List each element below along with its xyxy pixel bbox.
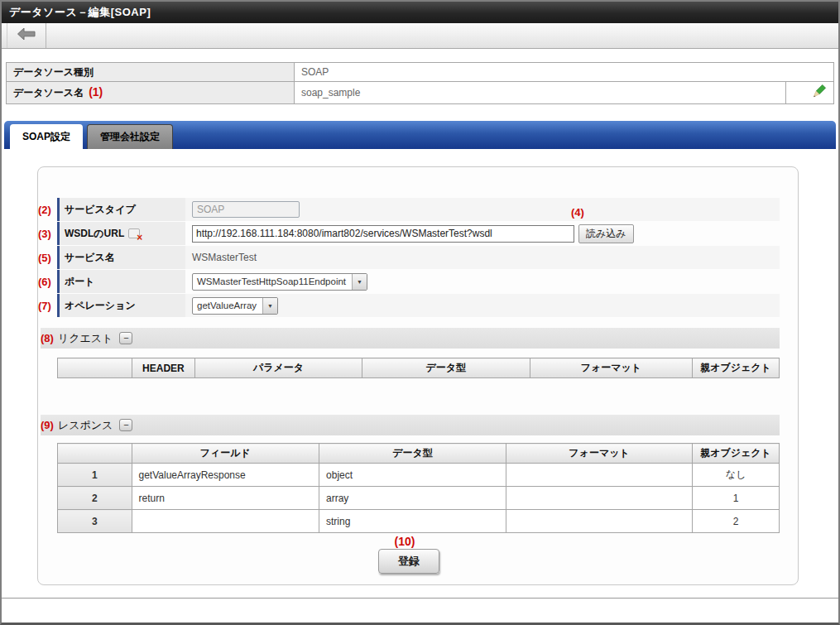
form-row-port: (6) ポート WSMasterTestHttpSoap11Endpoint ▼ <box>38 270 780 293</box>
edit-pencil-icon[interactable] <box>811 90 827 102</box>
datatype-cell: string <box>319 510 506 533</box>
column-header-parent: 親オブジェクト <box>693 358 780 378</box>
column-header-datatype: データ型 <box>362 358 530 378</box>
register-button[interactable]: 登録 <box>378 549 439 574</box>
annotation-2: (2) <box>38 198 57 221</box>
format-cell <box>506 464 692 487</box>
field-cell: return <box>132 487 319 510</box>
column-header-parameter: パラメータ <box>195 358 362 378</box>
parent-cell: 1 <box>693 487 780 510</box>
request-header-row: HEADER パラメータ データ型 フォーマット 親オブジェクト <box>58 358 780 378</box>
request-table: HEADER パラメータ データ型 フォーマット 親オブジェクト <box>57 358 780 378</box>
form-row-service-type: (2) サービスタイプ <box>38 198 780 221</box>
tab-bar: SOAP設定 管理会社設定 <box>4 121 836 149</box>
row-number: 3 <box>58 510 132 533</box>
column-header-format: フォーマット <box>506 444 692 464</box>
column-header-parent: 親オブジェクト <box>693 444 780 464</box>
soap-settings-panel: (2) サービスタイプ (3) WSDLのURL × (4 <box>37 166 799 585</box>
datasource-name-value: soap_sample <box>295 82 786 104</box>
annotation-7: (7) <box>38 294 57 317</box>
port-select[interactable]: WSMasterTestHttpSoap11Endpoint ▼ <box>192 273 367 291</box>
response-table: フィールド データ型 フォーマット 親オブジェクト 1 getValueArra… <box>57 443 780 533</box>
form-row-wsdl-url: (3) WSDLのURL × (4) 読み込み <box>38 222 780 245</box>
datatype-cell: object <box>319 464 506 487</box>
edit-name-cell[interactable] <box>786 82 834 104</box>
column-header <box>58 358 132 378</box>
form-row-operation: (7) オペレーション getValueArray ▼ <box>38 294 780 317</box>
chevron-down-icon: ▼ <box>352 274 367 290</box>
parent-cell: なし <box>693 464 780 487</box>
request-section-header: (8) リクエスト − <box>41 328 780 349</box>
response-header-row: フィールド データ型 フォーマット 親オブジェクト <box>58 444 780 464</box>
port-label: ポート <box>57 270 185 293</box>
format-cell <box>506 510 692 533</box>
form-row-service-name: (5) サービス名 WSMasterTest <box>38 246 780 269</box>
row-number: 2 <box>58 487 132 510</box>
column-header-field: フィールド <box>132 444 319 464</box>
annotation-4: (4) <box>571 206 584 219</box>
format-cell <box>506 487 692 510</box>
annotation-10: (10) <box>30 535 780 549</box>
datasource-type-label: データソース種別 <box>7 63 295 82</box>
annotation-1: (1) <box>89 85 103 99</box>
field-cell <box>132 510 319 533</box>
service-type-label: サービスタイプ <box>57 198 185 221</box>
row-number: 1 <box>58 464 132 487</box>
response-section-title: レスポンス <box>58 418 113 433</box>
annotation-5: (5) <box>38 246 57 269</box>
tab-company-settings[interactable]: 管理会社設定 <box>87 124 173 149</box>
tab-content: (2) サービスタイプ (3) WSDLのURL × (4 <box>2 149 838 598</box>
back-button[interactable] <box>7 23 46 48</box>
table-row: 3 string 2 <box>58 510 780 533</box>
annotation-8: (8) <box>41 332 54 344</box>
wsdl-url-label: WSDLのURL × <box>57 222 185 245</box>
response-section-header: (9) レスポンス − <box>41 415 780 435</box>
annotation-6: (6) <box>38 270 57 293</box>
column-header <box>58 444 132 464</box>
datatype-cell: array <box>319 487 506 510</box>
table-row: データソース名(1) soap_sample <box>7 82 834 104</box>
table-row: データソース種別 SOAP <box>7 63 834 82</box>
collapse-minus-icon[interactable]: − <box>119 419 132 431</box>
back-arrow-icon <box>17 28 36 43</box>
datasource-name-label: データソース名(1) <box>7 82 295 104</box>
table-row: 1 getValueArrayResponse object なし <box>58 464 780 487</box>
annotation-3: (3) <box>38 222 57 245</box>
service-name-label: サービス名 <box>57 246 185 269</box>
request-section-title: リクエスト <box>58 331 113 346</box>
service-type-input <box>192 201 300 218</box>
load-wsdl-button[interactable]: 読み込み <box>578 224 634 243</box>
annotation-9: (9) <box>41 419 54 431</box>
datasource-info-table: データソース種別 SOAP データソース名(1) soap_sample <box>6 62 834 104</box>
wsdl-url-input[interactable] <box>192 225 574 243</box>
operation-label: オペレーション <box>57 294 185 317</box>
app-window: データソース－編集[SOAP] データソース種別 SOAP データソース名(1)… <box>0 0 840 625</box>
datasource-type-value: SOAP <box>295 63 834 82</box>
collapse-minus-icon[interactable]: − <box>119 332 132 344</box>
parent-cell: 2 <box>693 510 780 533</box>
table-row: 2 return array 1 <box>58 487 780 510</box>
column-header-datatype: データ型 <box>319 444 506 464</box>
tab-soap-settings[interactable]: SOAP設定 <box>10 124 83 149</box>
operation-select[interactable]: getValueArray ▼ <box>192 297 278 315</box>
service-name-value: WSMasterTest <box>185 246 780 269</box>
toolbar <box>2 23 838 49</box>
field-cell: getValueArrayResponse <box>132 464 319 487</box>
required-x-icon: × <box>128 228 140 238</box>
chevron-down-icon: ▼ <box>262 298 277 314</box>
column-header-header: HEADER <box>132 358 195 378</box>
column-header-format: フォーマット <box>530 358 692 378</box>
submit-area: (10) 登録 <box>38 535 780 574</box>
footer-area <box>2 598 838 625</box>
window-title: データソース－編集[SOAP] <box>2 2 838 23</box>
